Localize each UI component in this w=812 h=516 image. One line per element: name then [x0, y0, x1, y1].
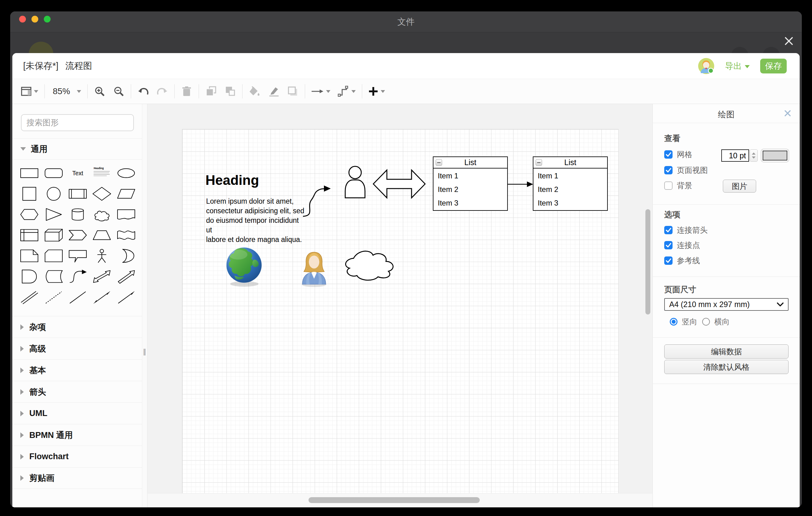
sidebar-category-BPMN 通用[interactable]: BPMN 通用 [12, 424, 142, 446]
shape-process[interactable] [66, 183, 90, 204]
save-button[interactable]: 保存 [760, 59, 787, 74]
shape-rounded-rectangle[interactable] [41, 163, 65, 183]
shape-note[interactable] [17, 245, 41, 266]
shape-bidirectional-thin-arrow[interactable] [90, 287, 114, 307]
shape-parallelogram[interactable] [114, 183, 138, 204]
sidebar-category-箭头[interactable]: 箭头 [12, 381, 142, 402]
shape-textbox[interactable]: Heading [90, 163, 114, 183]
canvas-person-shape[interactable] [344, 166, 367, 198]
export-button[interactable]: 导出 [725, 60, 750, 71]
shape-diamond[interactable] [90, 183, 114, 204]
canvas-list-shape[interactable]: List Item 1 Item 2 Item 3 [433, 156, 508, 211]
undo-button[interactable] [137, 84, 149, 99]
zoom-out-button[interactable] [113, 84, 125, 99]
shape-cube[interactable] [41, 225, 65, 245]
shape-arrow[interactable] [114, 266, 138, 287]
shape-rectangle[interactable] [17, 163, 41, 183]
shape-and[interactable] [17, 266, 41, 287]
shape-tape[interactable] [114, 225, 138, 245]
landscape-radio[interactable] [702, 318, 710, 325]
sidebar-category-杂项[interactable]: 杂项 [12, 316, 142, 338]
shape-data-storage[interactable] [41, 266, 65, 287]
insert-button[interactable] [368, 84, 385, 99]
to-front-button[interactable] [205, 84, 217, 99]
waypoint-style-button[interactable] [338, 84, 356, 99]
grid-size-input[interactable] [721, 149, 749, 162]
sidebar-section-general[interactable]: 通用 [12, 138, 142, 160]
shape-line[interactable] [66, 287, 90, 307]
stepper-up-icon[interactable] [752, 152, 756, 154]
diagram-canvas[interactable]: Heading Lorem ipsum dolor sit amet, cons… [147, 104, 652, 507]
shape-thin-arrow[interactable] [114, 287, 138, 307]
list-item[interactable]: Item 1 [538, 172, 607, 185]
close-icon[interactable] [783, 35, 794, 47]
shape-or[interactable] [114, 245, 138, 266]
shape-internal-storage[interactable] [17, 225, 41, 245]
canvas-cloud-shape[interactable] [339, 242, 398, 284]
shadow-button[interactable] [287, 84, 299, 99]
grid-color-swatch[interactable] [761, 149, 789, 162]
shape-bidirectional-arrow[interactable] [90, 266, 114, 287]
canvas-paragraph-text[interactable]: Lorem ipsum dolor sit amet, consectetur … [206, 197, 305, 245]
background-image-button[interactable]: 图片 [723, 180, 756, 193]
grid-size-stepper[interactable] [750, 149, 758, 162]
sidebar-resize-gutter[interactable]: ∥ [142, 104, 147, 507]
grid-checkbox[interactable] [664, 150, 672, 159]
list-item[interactable]: Item 1 [438, 172, 507, 185]
collapse-icon[interactable] [535, 159, 542, 166]
sidebar-category-高级[interactable]: 高级 [12, 338, 142, 359]
shape-double-line[interactable] [17, 287, 41, 307]
shape-cylinder[interactable] [66, 204, 90, 225]
shape-ellipse[interactable] [114, 163, 138, 183]
redo-button[interactable] [156, 84, 168, 99]
shape-step[interactable] [66, 225, 90, 245]
list-item[interactable]: Item 3 [538, 199, 607, 212]
guides-checkbox[interactable] [664, 256, 672, 265]
list-item[interactable]: Item 3 [438, 199, 507, 212]
delete-button[interactable] [181, 84, 193, 99]
sidebar-category-基本[interactable]: 基本 [12, 359, 142, 381]
vertical-scrollbar-thumb[interactable] [645, 209, 650, 314]
canvas-woman-clipart[interactable] [299, 250, 329, 287]
sidebar-category-剪贴画[interactable]: 剪贴画 [12, 467, 142, 489]
shape-trapezoid[interactable] [90, 225, 114, 245]
shape-square[interactable] [17, 183, 41, 204]
to-back-button[interactable] [224, 84, 236, 99]
fill-color-button[interactable] [249, 84, 260, 99]
shape-document[interactable] [114, 204, 138, 225]
sidebar-resize-handle[interactable]: ∥ [143, 348, 147, 356]
format-panel-toggle-button[interactable] [21, 84, 38, 99]
zoom-level-dropdown[interactable]: 85% [51, 84, 81, 99]
shape-triangle[interactable] [41, 204, 65, 225]
shape-callout[interactable] [66, 245, 90, 266]
collapse-icon[interactable] [436, 159, 442, 166]
canvas-globe-clipart[interactable] [225, 246, 264, 287]
sidebar-category-Flowchart[interactable]: Flowchart [12, 446, 142, 467]
clear-default-style-button[interactable]: 清除默认风格 [664, 360, 788, 374]
canvas-list-shape[interactable]: List Item 1 Item 2 Item 3 [533, 156, 608, 211]
user-avatar[interactable] [698, 58, 715, 75]
canvas-curve-arrow[interactable] [301, 182, 335, 218]
canvas-connector-arrow[interactable] [508, 180, 533, 188]
shape-cloud[interactable] [90, 204, 114, 225]
background-checkbox[interactable] [664, 181, 672, 190]
connection-arrow-style-button[interactable] [311, 84, 330, 99]
shape-circle[interactable] [41, 183, 65, 204]
shape-hexagon[interactable] [17, 204, 41, 225]
list-item[interactable]: Item 2 [538, 185, 607, 199]
shape-curve[interactable] [66, 266, 90, 287]
shape-card[interactable] [41, 245, 65, 266]
search-input[interactable] [22, 118, 135, 127]
canvas-double-arrow-shape[interactable] [373, 166, 426, 202]
connection-points-checkbox[interactable] [664, 241, 672, 249]
stepper-down-icon[interactable] [752, 156, 756, 159]
shape-actor[interactable] [90, 245, 114, 266]
portrait-radio[interactable] [670, 318, 677, 325]
connection-arrows-checkbox[interactable] [664, 226, 672, 234]
list-item[interactable]: Item 2 [438, 185, 507, 199]
shape-dotted-line[interactable] [41, 287, 65, 307]
panel-close-icon[interactable] [784, 110, 791, 117]
horizontal-scrollbar-track[interactable] [147, 493, 652, 507]
page-size-select[interactable]: A4 (210 mm x 297 mm) [664, 298, 788, 311]
edit-data-button[interactable]: 编辑数据 [664, 344, 788, 359]
